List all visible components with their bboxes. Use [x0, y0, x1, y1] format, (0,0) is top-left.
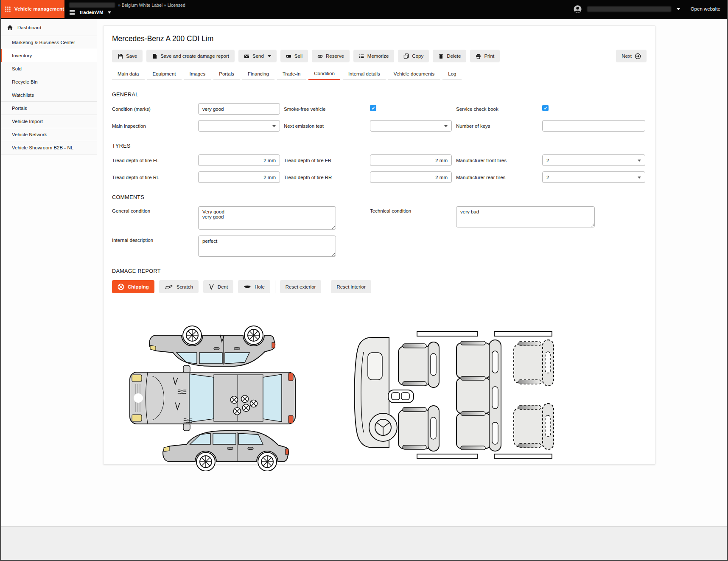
optional-rear-seat-bottom[interactable] — [514, 404, 554, 449]
printer-icon — [476, 53, 481, 59]
sidebar-item-sold[interactable]: Sold — [0, 62, 97, 75]
tab-financing[interactable]: Financing — [242, 68, 274, 80]
comments-heading: COMMENTS — [112, 194, 647, 200]
chevron-down-icon[interactable] — [108, 11, 111, 15]
scratch-icon — [165, 284, 173, 289]
center-console[interactable] — [388, 390, 414, 403]
damage-mark-chipping[interactable] — [250, 400, 258, 407]
hole-icon — [244, 285, 251, 289]
reserve-button[interactable]: Reserve — [312, 50, 350, 62]
sidebar-item-label: Portals — [12, 106, 27, 111]
tab-vehicle-documents[interactable]: Vehicle documents — [388, 68, 440, 80]
send-chevron-down-icon — [268, 55, 271, 59]
sidebar-item-inventory[interactable]: Inventory — [0, 49, 97, 62]
tab-portals[interactable]: Portals — [213, 68, 240, 80]
tire-fl-input[interactable] — [198, 154, 280, 166]
sidebar-item-label: Vehicle Showroom B2B - NL — [12, 145, 73, 150]
steering-wheel[interactable] — [369, 413, 397, 441]
sidebar-item-dashboard[interactable]: Dashboard — [0, 19, 97, 36]
tire-rl-label: Tread depth of tire RL — [112, 175, 198, 180]
sidebar-item-portals[interactable]: Portals — [0, 101, 97, 115]
sidebar-item-vehicle-import[interactable]: Vehicle Import — [0, 115, 97, 128]
copy-icon — [403, 53, 409, 59]
chipping-tool-button[interactable]: Chipping — [112, 280, 154, 293]
reset-interior-button[interactable]: Reset interior — [331, 280, 371, 293]
service-check-book-checkbox[interactable] — [542, 105, 549, 111]
open-website-link[interactable]: Open website — [691, 6, 720, 11]
general-condition-label: General condition — [112, 206, 198, 213]
tab-main-data[interactable]: Main data — [112, 68, 145, 80]
damage-mark-chipping[interactable] — [234, 408, 241, 415]
next-button[interactable]: Next — [616, 50, 647, 62]
condition-marks-input[interactable] — [198, 103, 280, 115]
tab-log[interactable]: Log — [442, 68, 462, 80]
driver-seat[interactable] — [398, 406, 439, 451]
copy-label: Copy — [412, 53, 423, 59]
reset-exterior-button[interactable]: Reset exterior — [280, 280, 322, 293]
general-condition-textarea[interactable]: Very good very good — [198, 206, 336, 230]
tire-fr-input[interactable] — [370, 154, 452, 166]
print-button[interactable]: Print — [470, 50, 500, 62]
sidebar-item-watchlists[interactable]: Watchlists — [0, 88, 97, 101]
internal-description-textarea[interactable]: perfect — [198, 236, 336, 257]
dent-label: Dent — [218, 284, 228, 289]
tire-rl-input[interactable] — [198, 171, 280, 183]
tools-divider — [275, 280, 275, 293]
memorize-button[interactable]: Memorize — [353, 50, 394, 62]
dent-tool-button[interactable]: Dent — [203, 280, 233, 293]
sell-label: Sell — [294, 53, 302, 59]
sidebar-item-recycle-bin[interactable]: Recycle Bin — [0, 75, 97, 88]
main-inspection-select[interactable] — [198, 120, 280, 132]
tab-condition[interactable]: Condition — [308, 68, 340, 80]
tab-internal-details[interactable]: Internal details — [343, 68, 386, 80]
next-emission-test-select[interactable] — [370, 120, 452, 132]
second-row-bench[interactable] — [456, 340, 501, 451]
technical-condition-label: Technical condition — [370, 206, 456, 213]
front-passenger-seat[interactable] — [398, 342, 439, 387]
exterior-damage-diagram[interactable] — [126, 316, 297, 471]
internal-description-label: Internal description — [112, 236, 198, 243]
interior-damage-diagram[interactable] — [353, 331, 558, 460]
car-side-bottom[interactable] — [163, 431, 288, 471]
sidebar-item-vehicle-network[interactable]: Vehicle Network — [0, 128, 97, 141]
send-button[interactable]: Send — [238, 50, 277, 62]
app-brand[interactable]: Vehicle management — [0, 0, 64, 18]
sidebar-item-vehicle-showroom-b2b-nl[interactable]: Vehicle Showroom B2B - NL — [0, 141, 97, 154]
number-of-keys-input[interactable] — [542, 120, 645, 132]
sell-icon — [286, 53, 291, 59]
tab-equipment[interactable]: Equipment — [147, 68, 182, 80]
car-side-top-flipped[interactable] — [149, 326, 275, 366]
tire-rr-input[interactable] — [370, 171, 452, 183]
damage-mark-chipping[interactable] — [231, 396, 238, 404]
copy-button[interactable]: Copy — [398, 50, 429, 62]
hole-tool-button[interactable]: Hole — [238, 280, 270, 293]
tyres-heading: TYRES — [112, 143, 647, 149]
manufacturer-front-tires-select[interactable]: 2 — [542, 154, 645, 166]
detail-tabs: Main data Equipment Images Portals Finan… — [112, 68, 647, 80]
sidebar: Dashboard Marketing & Business Center In… — [0, 19, 97, 154]
main-content-card: Mercedes-Benz A 200 CDI Lim Save Save an… — [103, 25, 655, 465]
smoke-free-checkbox[interactable] — [370, 105, 376, 111]
manufacturer-rear-tires-select[interactable]: 2 — [542, 171, 645, 183]
breadcrumb-text: » Belgium White Label » Licensed — [118, 3, 185, 8]
sidebar-item-marketing-business-center[interactable]: Marketing & Business Center — [0, 36, 97, 49]
condition-marks-label: Condition (marks) — [112, 107, 198, 112]
car-plan-view[interactable] — [130, 365, 295, 431]
sell-button[interactable]: Sell — [280, 50, 308, 62]
tab-trade-in[interactable]: Trade-in — [277, 68, 306, 80]
save-button[interactable]: Save — [112, 50, 143, 62]
delete-button[interactable]: Delete — [433, 50, 466, 62]
technical-condition-textarea[interactable]: very bad — [456, 206, 595, 227]
damage-mark-chipping[interactable] — [241, 396, 249, 403]
tab-images[interactable]: Images — [184, 68, 211, 80]
account-chevron-down-icon[interactable] — [677, 8, 680, 12]
optional-rear-seat-top[interactable] — [514, 340, 554, 386]
trash-icon — [438, 53, 444, 59]
damage-mark-chipping[interactable] — [243, 404, 250, 412]
save-and-create-damage-report-button[interactable]: Save and create damage report — [146, 50, 235, 62]
workspace-selector[interactable]: tradeinVM — [80, 10, 104, 15]
reset-interior-label: Reset interior — [336, 284, 365, 289]
scratch-tool-button[interactable]: Scratch — [159, 280, 199, 293]
redacted-user-email — [587, 6, 671, 12]
menu-icon[interactable] — [69, 10, 76, 15]
